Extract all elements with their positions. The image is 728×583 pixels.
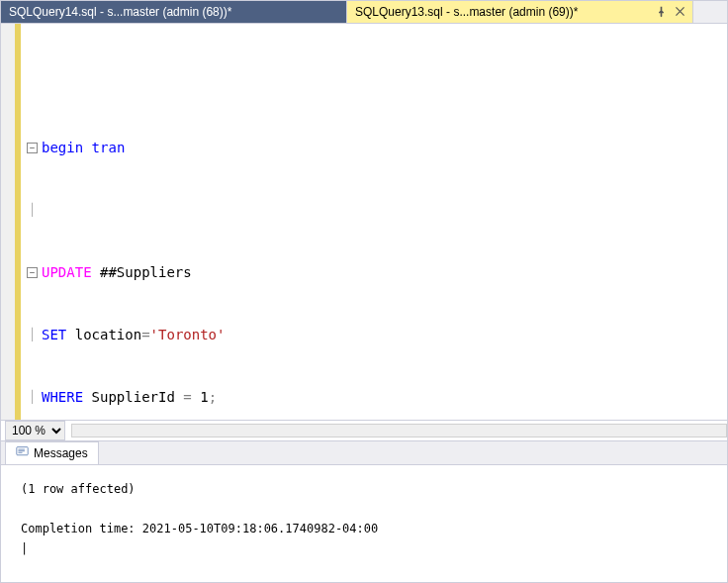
editor-margin	[1, 24, 15, 420]
semicolon: ;	[209, 387, 217, 408]
pin-icon[interactable]	[655, 5, 668, 20]
keyword: begin	[42, 138, 83, 158]
code-text: location	[66, 325, 141, 345]
number: 1	[200, 387, 208, 408]
fold-toggle-icon[interactable]: −	[27, 143, 38, 153]
messages-pane[interactable]: (1 row affected) Completion time: 2021-0…	[1, 465, 727, 581]
keyword: SET	[42, 325, 66, 345]
fold-toggle-icon[interactable]: −	[27, 267, 38, 278]
horizontal-scrollbar[interactable]	[71, 424, 727, 437]
tab-label: SQLQuery14.sql - s...master (admin (68))…	[9, 5, 231, 19]
rows-affected-text: (1 row affected)	[21, 479, 719, 499]
string-literal: 'Toronto'	[150, 325, 226, 345]
sql-editor[interactable]: −begin tran │ −UPDATE ##Suppliers │SET l…	[21, 24, 727, 420]
document-tab-bar: SQLQuery14.sql - s...master (admin (68))…	[1, 1, 727, 24]
messages-tab[interactable]: Messages	[5, 441, 99, 464]
operator: =	[141, 325, 149, 345]
code-editor-area: −begin tran │ −UPDATE ##Suppliers │SET l…	[1, 24, 727, 420]
code-text: ##Suppliers	[92, 262, 192, 283]
results-tab-bar: Messages	[1, 441, 727, 465]
keyword: UPDATE	[42, 262, 92, 283]
zoom-bar: 100 %	[1, 420, 727, 441]
messages-tab-label: Messages	[34, 446, 88, 460]
caret-line	[21, 538, 719, 558]
blank-line	[21, 499, 719, 519]
tab-label: SQLQuery13.sql - s...master (admin (69))…	[355, 5, 578, 19]
completion-time-text: Completion time: 2021-05-10T09:18:06.174…	[21, 519, 719, 538]
keyword: WHERE	[42, 387, 83, 408]
keyword: tran	[92, 138, 126, 158]
messages-icon	[16, 445, 29, 461]
tab-sqlquery13[interactable]: SQLQuery13.sql - s...master (admin (69))…	[347, 1, 693, 23]
zoom-level-select[interactable]: 100 %	[5, 421, 65, 440]
tab-sqlquery14[interactable]: SQLQuery14.sql - s...master (admin (68))…	[1, 1, 347, 23]
operator: =	[183, 387, 191, 408]
close-icon[interactable]	[674, 5, 686, 20]
code-text: SupplierId	[83, 387, 183, 408]
